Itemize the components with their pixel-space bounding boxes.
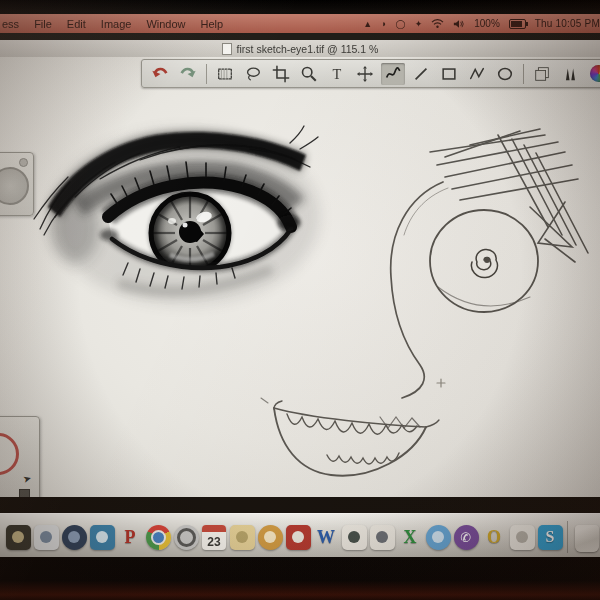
top-bezel: [0, 0, 600, 14]
dock-parallels[interactable]: P: [117, 522, 143, 552]
dock-amber-book[interactable]: [257, 522, 283, 552]
window-title: first sketch-eye1.tif @ 115.1 %: [237, 43, 379, 55]
eye-sketch: [34, 126, 320, 305]
tool-layers-icon[interactable]: [530, 63, 554, 85]
dock-skype[interactable]: S: [537, 522, 563, 552]
dock-outlook[interactable]: O: [481, 522, 507, 552]
color-ring-icon[interactable]: [0, 433, 19, 475]
tools-palette[interactable]: ➤: [0, 416, 40, 508]
menu-file[interactable]: File: [34, 18, 52, 30]
tool-move-icon[interactable]: [353, 63, 377, 85]
cursor-crosshair: [437, 379, 445, 387]
dial-palette[interactable]: [0, 152, 34, 216]
dock-chrome[interactable]: [145, 522, 171, 552]
menu-edit[interactable]: Edit: [67, 18, 86, 30]
alert-triangle-icon[interactable]: ▲: [363, 19, 372, 29]
circle-icon[interactable]: ◯: [396, 19, 406, 29]
tool-rect-icon[interactable]: [437, 63, 461, 85]
app-menu-cutoff[interactable]: ess: [2, 18, 19, 30]
menu-image[interactable]: Image: [101, 18, 132, 30]
dock-white-scene[interactable]: [341, 522, 367, 552]
menu-help[interactable]: Help: [201, 18, 224, 30]
battery-percent: 100%: [474, 18, 500, 29]
dock-word[interactable]: W: [313, 522, 339, 552]
dock-viber[interactable]: ✆: [453, 522, 479, 552]
dock-excel[interactable]: X: [397, 522, 423, 552]
volume-icon[interactable]: [453, 19, 465, 29]
desktop-background: [0, 33, 600, 40]
dock-photos[interactable]: [33, 522, 59, 552]
menu-clock[interactable]: Thu 10:05 PM: [535, 18, 600, 29]
dock-quicktime[interactable]: [173, 522, 199, 552]
bottom-bezel: [0, 557, 600, 600]
dock-white-badge[interactable]: [369, 522, 395, 552]
trash-icon: [575, 525, 599, 552]
tool-text-icon[interactable]: T: [325, 63, 349, 85]
spark-icon[interactable]: ✦: [415, 19, 423, 29]
wifi-icon[interactable]: [431, 18, 444, 29]
tool-zoom-icon[interactable]: [297, 63, 321, 85]
toolbar-separator: [523, 64, 524, 84]
menu-window[interactable]: Window: [146, 18, 185, 30]
toolbar-separator: [206, 64, 207, 84]
document-proxy-icon[interactable]: [222, 43, 232, 55]
dock-globe-chat[interactable]: [425, 522, 451, 552]
dock-navy-globe[interactable]: [61, 522, 87, 552]
svg-text:T: T: [333, 65, 342, 81]
dock-notes[interactable]: [229, 522, 255, 552]
tool-select-rect-icon[interactable]: [213, 63, 237, 85]
dock: P23WX✆OS: [0, 513, 600, 558]
rotation-dial-icon[interactable]: [0, 167, 29, 205]
crescent-icon[interactable]: ◗: [381, 19, 386, 29]
tool-bar: T: [141, 59, 600, 88]
battery-icon: [509, 19, 526, 29]
tool-polyline-icon[interactable]: [465, 63, 489, 85]
tool-redo-icon[interactable]: [176, 63, 200, 85]
tool-undo-icon[interactable]: [148, 63, 172, 85]
dock-blue-banner[interactable]: [89, 522, 115, 552]
tool-line-icon[interactable]: [409, 63, 433, 85]
canvas-artwork[interactable]: [0, 57, 600, 497]
photo-of-laptop-screen: ess FileEditImageWindowHelp ▲◗◯✦ 100% Th…: [0, 0, 600, 600]
status-icons-slot: ▲◗◯✦: [363, 18, 465, 29]
tool-colors-icon[interactable]: [586, 63, 600, 85]
menu-bar: ess FileEditImageWindowHelp ▲◗◯✦ 100% Th…: [0, 14, 600, 33]
dock-separator: [567, 521, 568, 553]
dock-calendar[interactable]: 23: [201, 522, 227, 552]
palette-close-icon[interactable]: [19, 158, 28, 167]
dock-dark-terminal[interactable]: [5, 522, 31, 552]
cursor-tool-icon[interactable]: ➤: [21, 472, 32, 485]
tool-lasso-icon[interactable]: [241, 63, 265, 85]
tool-curve-icon[interactable]: [381, 63, 405, 85]
doodle-face: [261, 129, 588, 476]
status-area: ▲◗◯✦ 100% Thu 10:05 PM: [363, 18, 600, 29]
dock-paper[interactable]: [509, 522, 535, 552]
tool-crop-icon[interactable]: [269, 63, 293, 85]
dock-red-curtain[interactable]: [285, 522, 311, 552]
tool-ellipse-icon[interactable]: [493, 63, 517, 85]
menu-items: ess FileEditImageWindowHelp: [0, 18, 223, 30]
desktop-background-lower: [0, 497, 600, 513]
dock-trash[interactable]: [574, 523, 600, 553]
window-title-bar[interactable]: first sketch-eye1.tif @ 115.1 %: [0, 40, 600, 58]
tool-brushes-icon[interactable]: [558, 63, 582, 85]
dock-icons: P23WX✆OS: [0, 522, 563, 558]
